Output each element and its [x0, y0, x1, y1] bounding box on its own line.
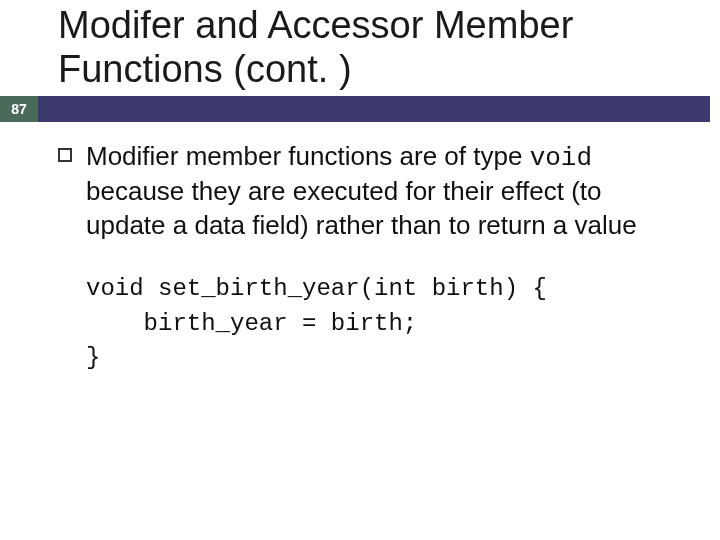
code-line-3: } [86, 344, 100, 371]
code-line-2: birth_year = birth; [86, 310, 417, 337]
bullet-text: Modifier member functions are of type vo… [86, 140, 688, 242]
bullet-item: Modifier member functions are of type vo… [58, 140, 688, 242]
bullet-text-part-1: Modifier member functions are of type [86, 141, 530, 171]
code-line-1: void set_birth_year(int birth) { [86, 275, 547, 302]
square-bullet-icon [58, 148, 72, 162]
slide-body: Modifier member functions are of type vo… [58, 140, 688, 376]
bullet-text-part-2: because they are executed for their effe… [86, 176, 637, 239]
page-number-badge: 87 [0, 96, 38, 122]
code-example: void set_birth_year(int birth) { birth_y… [86, 272, 688, 376]
title-divider-bar [38, 96, 710, 122]
inline-code-void: void [530, 143, 592, 173]
slide-title: Modifer and Accessor Member Functions (c… [58, 4, 700, 91]
